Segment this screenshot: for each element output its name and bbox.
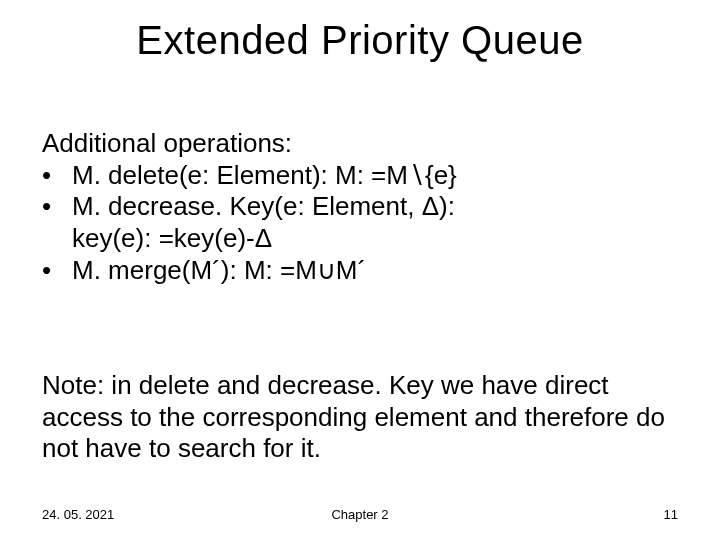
bullet-item: • M. decrease. Key(e: Element, Δ):: [42, 191, 678, 223]
bullet-continuation: key(e): =key(e)-Δ: [42, 223, 678, 255]
note-text: Note: in delete and decrease. Key we hav…: [42, 370, 678, 465]
footer: 24. 05. 2021 Chapter 2 11: [42, 507, 678, 522]
operations-heading: Additional operations:: [42, 128, 678, 160]
bullet-text: M. merge(M´): M: =M∪M´: [72, 255, 678, 287]
bullet-text: M. decrease. Key(e: Element, Δ):: [72, 191, 678, 223]
footer-chapter: Chapter 2: [42, 507, 678, 522]
body-text: Additional operations: • M. delete(e: El…: [42, 128, 678, 287]
bullet-dot: •: [42, 255, 72, 287]
bullet-text: M. delete(e: Element): M: =M∖{e}: [72, 160, 678, 192]
slide: Extended Priority Queue Additional opera…: [0, 0, 720, 540]
bullet-item: • M. delete(e: Element): M: =M∖{e}: [42, 160, 678, 192]
bullet-item: • M. merge(M´): M: =M∪M´: [42, 255, 678, 287]
slide-title: Extended Priority Queue: [0, 18, 720, 63]
bullet-dot: •: [42, 191, 72, 223]
bullet-dot: •: [42, 160, 72, 192]
